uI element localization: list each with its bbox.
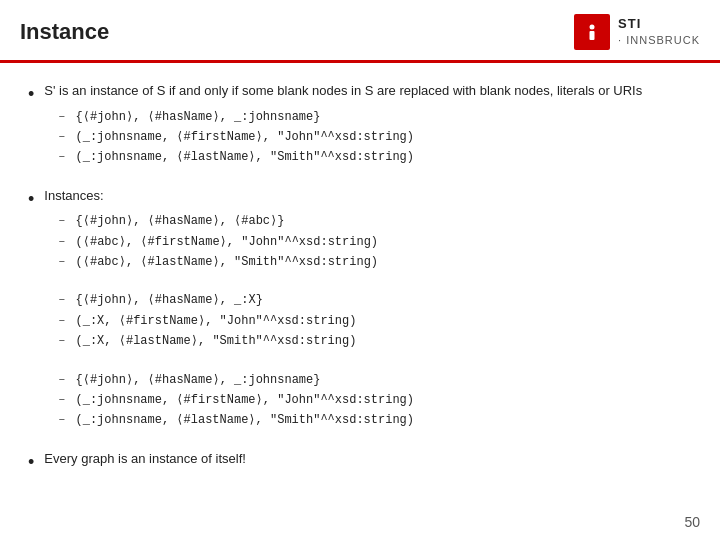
bullet-2-marker: • [28,187,34,212]
logo-area: STI · INNSBRUCK [574,14,700,50]
code-line: –(_:johnsname, ⟨#firstName⟩, "John"^^xsd… [58,390,692,410]
page-footer: 50 [684,514,700,530]
bullet-3-marker: • [28,450,34,475]
svg-rect-1 [590,31,595,40]
bullet-1-code-lines: –{⟨#john⟩, ⟨#hasName⟩, _:johnsname} –(_:… [58,107,692,168]
bullet-2-text: Instances: [44,186,692,206]
bullet-2-group-3: –{⟨#john⟩, ⟨#hasName⟩, _:johnsname} –(_:… [58,370,692,431]
bullet-2-content: Instances: –{⟨#john⟩, ⟨#hasName⟩, ⟨#abc⟩… [44,186,692,435]
bullet-2-group-1: –{⟨#john⟩, ⟨#hasName⟩, ⟨#abc⟩} –(⟨#abc⟩,… [58,211,692,272]
code-line: –(_:johnsname, ⟨#lastName⟩, "Smith"^^xsd… [58,147,692,167]
code-line: –{⟨#john⟩, ⟨#hasName⟩, _:johnsname} [58,370,692,390]
code-line: –{⟨#john⟩, ⟨#hasName⟩, ⟨#abc⟩} [58,211,692,231]
code-line: –{⟨#john⟩, ⟨#hasName⟩, _:X} [58,290,692,310]
bullet-2-section: • Instances: –{⟨#john⟩, ⟨#hasName⟩, ⟨#ab… [28,186,692,435]
code-line: –(_:johnsname, ⟨#lastName⟩, "Smith"^^xsd… [58,410,692,430]
page-number: 50 [684,514,700,530]
code-line: –(_:johnsname, ⟨#firstName⟩, "John"^^xsd… [58,127,692,147]
bullet-3-section: • Every graph is an instance of itself! [28,449,692,475]
logo-text: STI · INNSBRUCK [618,15,700,49]
code-line: –{⟨#john⟩, ⟨#hasName⟩, _:johnsname} [58,107,692,127]
code-line: –(_:X, ⟨#firstName⟩, "John"^^xsd:string) [58,311,692,331]
bullet-1-section: • S' is an instance of S if and only if … [28,81,692,172]
bullet-3-content: Every graph is an instance of itself! [44,449,692,475]
header: Instance STI · INNSBRUCK [0,0,720,63]
page-title: Instance [20,19,109,45]
content-area: • S' is an instance of S if and only if … [0,63,720,499]
bullet-2-group-2: –{⟨#john⟩, ⟨#hasName⟩, _:X} –(_:X, ⟨#fir… [58,290,692,351]
bullet-1-marker: • [28,82,34,107]
code-line: –(_:X, ⟨#lastName⟩, "Smith"^^xsd:string) [58,331,692,351]
svg-point-0 [590,25,595,30]
code-line: –(⟨#abc⟩, ⟨#lastName⟩, "Smith"^^xsd:stri… [58,252,692,272]
bullet-1-text: S' is an instance of S if and only if so… [44,81,692,101]
bullet-3-text: Every graph is an instance of itself! [44,449,692,469]
logo-icon [574,14,610,50]
bullet-1-content: S' is an instance of S if and only if so… [44,81,692,172]
code-line: –(⟨#abc⟩, ⟨#firstName⟩, "John"^^xsd:stri… [58,232,692,252]
